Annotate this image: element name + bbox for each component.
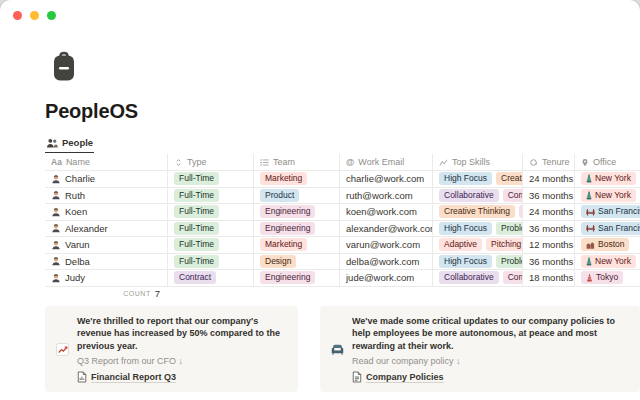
cell-tenure[interactable]: 12 months [523, 237, 575, 253]
cell-name[interactable]: Koen [45, 204, 168, 220]
tag-label: Engineering [265, 206, 310, 217]
bridge-icon [586, 208, 595, 216]
tag-label: Pitching [491, 239, 521, 250]
cell-skills[interactable]: Creative ThinkingCommunication [433, 204, 523, 220]
cell-team[interactable]: Engineering [254, 204, 340, 220]
column-header-tenure[interactable]: Tenure [523, 154, 575, 170]
close-window-button[interactable] [13, 11, 22, 20]
person-avatar [51, 240, 61, 250]
cell-tenure[interactable]: 36 months [523, 188, 575, 204]
tenure-value: 12 months [529, 239, 573, 250]
tag: Tokyo [581, 271, 623, 284]
cell-email[interactable]: ruth@work.com [340, 188, 433, 204]
cell-office[interactable]: San Francisco [575, 221, 640, 237]
tag-label: Collaborative [444, 272, 494, 283]
cell-office[interactable]: San Francisco [575, 204, 640, 220]
cell-type[interactable]: Full-Time [168, 254, 254, 270]
tenure-value: 24 months [529, 206, 573, 217]
tag-label: New York [595, 256, 631, 267]
cell-type[interactable]: Full-Time [168, 221, 254, 237]
cell-tenure[interactable]: 24 months [523, 171, 575, 187]
tag-label: Full-Time [179, 223, 214, 234]
cell-name[interactable]: Alexander [45, 221, 168, 237]
tag: Full-Time [174, 172, 219, 185]
cell-type[interactable]: Full-Time [168, 204, 254, 220]
cell-tenure[interactable]: 24 months [523, 204, 575, 220]
cell-team[interactable]: Product [254, 188, 340, 204]
callout-revenue: We're thrilled to report that our compan… [45, 306, 298, 393]
cell-skills[interactable]: CollaborativeCommunication [433, 188, 523, 204]
tag-label: Creative Thinking [501, 173, 523, 184]
cell-office[interactable]: New York [575, 171, 640, 187]
tag: Communication [503, 271, 523, 284]
minimize-window-button[interactable] [30, 11, 39, 20]
tag: High Focus [439, 172, 492, 185]
column-header-team[interactable]: Team [254, 154, 340, 170]
cell-email[interactable]: koen@work.com [340, 204, 433, 220]
tag-label: Collaborative [444, 190, 494, 201]
email-icon: @ [346, 157, 354, 167]
table-count[interactable]: COUNT 7 [45, 287, 168, 301]
column-header-name[interactable]: AaName [45, 154, 168, 170]
cell-email[interactable]: varun@work.com [340, 237, 433, 253]
person-name: Delba [65, 256, 90, 267]
cell-team[interactable]: Design [254, 254, 340, 270]
cell-email[interactable]: alexander@work.com [340, 221, 433, 237]
tag-label: New York [595, 173, 631, 184]
cell-email[interactable]: delba@work.com [340, 254, 433, 270]
cell-team[interactable]: Marketing [254, 237, 340, 253]
link-company-policies[interactable]: Company Policies [352, 371, 629, 383]
column-header-office[interactable]: Office [575, 154, 640, 170]
statue-icon [586, 257, 592, 266]
email-value: ruth@work.com [346, 190, 413, 201]
cell-skills[interactable]: High FocusCreative Thinking [433, 171, 523, 187]
cell-skills[interactable]: AdaptivePitchingContributor [433, 237, 523, 253]
tag-label: Full-Time [179, 173, 214, 184]
cell-office[interactable]: New York [575, 188, 640, 204]
column-header-skills[interactable]: Top Skills [433, 154, 523, 170]
cell-email[interactable]: charlie@work.com [340, 171, 433, 187]
tag: Problem Solver [496, 222, 523, 235]
cell-name[interactable]: Ruth [45, 188, 168, 204]
cell-email[interactable]: jude@work.com [340, 270, 433, 286]
cell-office[interactable]: Boston [575, 237, 640, 253]
tenure-value: 36 months [529, 223, 573, 234]
tag-label: Problem Solver [501, 256, 523, 267]
cell-skills[interactable]: High FocusProblem Solver [433, 221, 523, 237]
cell-type[interactable]: Full-Time [168, 171, 254, 187]
cell-team[interactable]: Engineering [254, 221, 340, 237]
cell-name[interactable]: Varun [45, 237, 168, 253]
cell-team[interactable]: Engineering [254, 270, 340, 286]
person-name: Charlie [65, 173, 95, 184]
person-name: Varun [65, 239, 90, 250]
cell-type[interactable]: Full-Time [168, 188, 254, 204]
table-row: CharlieFull-TimeMarketingcharlie@work.co… [45, 171, 640, 188]
cell-tenure[interactable]: 36 months [523, 254, 575, 270]
email-value: charlie@work.com [346, 173, 424, 184]
tag: Collaborative [439, 189, 499, 202]
cell-tenure[interactable]: 18 months [523, 270, 575, 286]
tag-label: Engineering [265, 223, 310, 234]
tag-label: San Francisco [598, 223, 640, 234]
cell-office[interactable]: New York [575, 254, 640, 270]
cell-office[interactable]: Tokyo [575, 270, 640, 286]
cell-type[interactable]: Contract [168, 270, 254, 286]
cell-skills[interactable]: High FocusProblem Solver [433, 254, 523, 270]
cell-name[interactable]: Delba [45, 254, 168, 270]
cell-team[interactable]: Marketing [254, 171, 340, 187]
column-header-type[interactable]: Type [168, 154, 254, 170]
tab-people-label: People [62, 137, 93, 148]
cell-tenure[interactable]: 36 months [523, 221, 575, 237]
tab-people[interactable]: People [45, 135, 94, 153]
tag-label: Tokyo [596, 272, 618, 283]
page-title: PeopleOS [45, 100, 640, 123]
link-financial-report[interactable]: Financial Report Q3 [77, 371, 287, 383]
callout-revenue-text: We're thrilled to report that our compan… [77, 315, 287, 353]
backpack-icon[interactable] [52, 50, 76, 82]
cell-skills[interactable]: CollaborativeCommunication [433, 270, 523, 286]
cell-type[interactable]: Full-Time [168, 237, 254, 253]
column-header-email[interactable]: @Work Email [340, 154, 433, 170]
cell-name[interactable]: Judy [45, 270, 168, 286]
tag-label: Marketing [265, 239, 302, 250]
cell-name[interactable]: Charlie [45, 171, 168, 187]
